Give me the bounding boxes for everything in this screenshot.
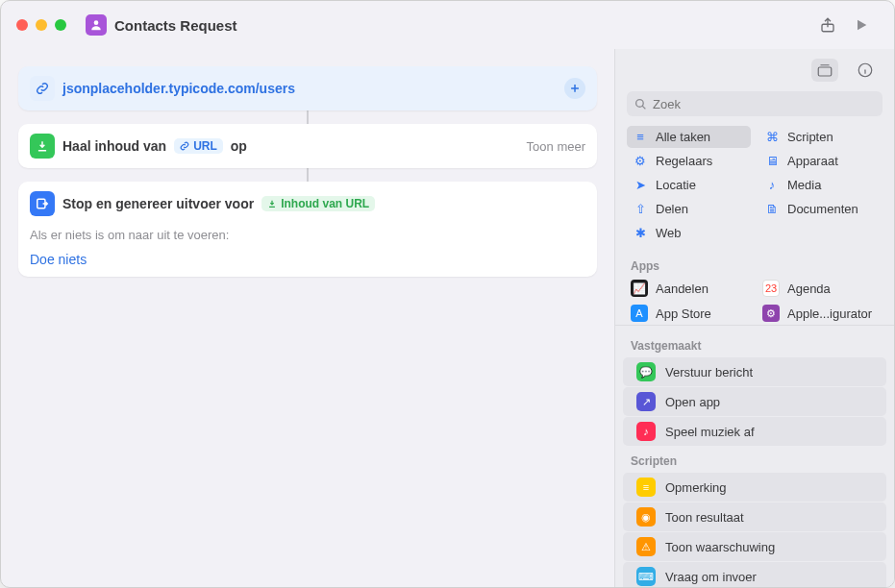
action-icon: ⌨ xyxy=(636,567,656,586)
action-icon: ♪ xyxy=(636,422,656,441)
shortcut-icon xyxy=(86,14,107,36)
app-app-store[interactable]: AApp Store xyxy=(627,302,751,325)
app-window: Contacts Request jsonplaceholder.typicod… xyxy=(0,0,895,588)
get-action-prefix: Haal inhoud van xyxy=(62,138,166,154)
url-value[interactable]: jsonplaceholder.typicode.com/users xyxy=(62,81,557,96)
category-icon: ♪ xyxy=(764,178,780,192)
category-icon: ≡ xyxy=(633,130,648,144)
close-button[interactable] xyxy=(16,19,28,31)
action-opmerking[interactable]: ≡Opmerking xyxy=(623,473,886,502)
action-speel-muziek-af[interactable]: ♪Speel muziek af xyxy=(623,417,886,446)
download-icon xyxy=(30,134,55,159)
apps-grid: 📈Aandelen23AgendaAApp Store⚙Apple...igur… xyxy=(615,277,894,325)
category-label: Apparaat xyxy=(787,154,838,168)
category-apparaat[interactable]: 🖥Apparaat xyxy=(758,150,883,172)
category-label: Regelaars xyxy=(656,154,712,168)
category-media[interactable]: ♪Media xyxy=(758,174,883,196)
empty-output-action[interactable]: Doe niets xyxy=(18,248,597,277)
scripts-section-label: Scripten xyxy=(615,447,894,472)
add-url-button[interactable]: ＋ xyxy=(564,78,585,99)
action-icon: ≡ xyxy=(636,478,656,497)
action-open-app[interactable]: ↗Open app xyxy=(623,387,886,416)
category-label: Web xyxy=(656,226,682,240)
actions-list-pane: Vastgemaakt 💬Verstuur bericht↗Open app♪S… xyxy=(615,325,894,587)
output-action-card[interactable]: Stop en genereer uitvoer voor Inhoud van… xyxy=(18,182,597,277)
category-icon: ⌘ xyxy=(764,130,780,144)
action-icon: ⚠ xyxy=(636,537,656,556)
category-icon: 🖥 xyxy=(764,154,780,168)
category-label: Media xyxy=(787,178,821,192)
category-locatie[interactable]: ➤Locatie xyxy=(627,174,751,196)
link-icon xyxy=(30,76,55,101)
action-label: Vraag om invoer xyxy=(665,570,757,584)
category-scripten[interactable]: ⌘Scripten xyxy=(758,126,883,148)
url-action-card[interactable]: jsonplaceholder.typicode.com/users ＋ xyxy=(18,66,597,110)
empty-output-label: Als er niets is om naar uit te voeren: xyxy=(18,226,597,248)
show-more-button[interactable]: Toon meer xyxy=(527,139,585,154)
app-label: Aandelen xyxy=(656,282,709,296)
category-alle-taken[interactable]: ≡Alle taken xyxy=(627,126,751,148)
category-web[interactable]: ✱Web xyxy=(627,222,751,244)
category-label: Locatie xyxy=(656,178,696,192)
category-icon: 🗎 xyxy=(764,202,780,216)
category-icon: ⇧ xyxy=(633,202,648,216)
action-verstuur-bericht[interactable]: 💬Verstuur bericht xyxy=(623,357,886,386)
app-icon: 23 xyxy=(762,280,780,297)
content-variable-pill[interactable]: Inhoud van URL xyxy=(261,196,375,211)
app-icon: A xyxy=(631,305,648,322)
category-icon: ➤ xyxy=(633,178,648,192)
action-label: Verstuur bericht xyxy=(665,365,753,380)
category-icon: ⚙ xyxy=(633,154,648,168)
play-icon[interactable] xyxy=(854,17,869,33)
connector xyxy=(307,168,309,182)
action-label: Speel muziek af xyxy=(665,425,755,439)
category-label: Documenten xyxy=(787,202,858,216)
category-regelaars[interactable]: ⚙Regelaars xyxy=(627,150,751,172)
action-icon: 💬 xyxy=(636,362,656,381)
action-label: Open app xyxy=(665,395,720,409)
output-icon xyxy=(30,191,55,216)
editor-pane: jsonplaceholder.typicode.com/users ＋ Haa… xyxy=(1,49,614,587)
search-input[interactable] xyxy=(653,97,875,111)
share-icon[interactable] xyxy=(819,15,836,35)
search-icon xyxy=(634,98,647,110)
actions-sidebar: ≡Alle taken⌘Scripten⚙Regelaars🖥Apparaat➤… xyxy=(614,49,894,587)
categories-grid: ≡Alle taken⌘Scripten⚙Regelaars🖥Apparaat➤… xyxy=(615,126,894,252)
category-delen[interactable]: ⇧Delen xyxy=(627,198,751,220)
pinned-section-label: Vastgemaakt xyxy=(615,331,894,356)
window-body: jsonplaceholder.typicode.com/users ＋ Haa… xyxy=(1,49,894,587)
category-label: Alle taken xyxy=(656,130,710,144)
output-action-prefix: Stop en genereer uitvoer voor xyxy=(62,196,254,211)
svg-rect-3 xyxy=(818,67,832,76)
action-label: Toon waarschuwing xyxy=(665,540,775,554)
category-icon: ✱ xyxy=(633,226,648,240)
action-toon-resultaat[interactable]: ◉Toon resultaat xyxy=(623,502,886,531)
title-actions xyxy=(819,15,869,35)
sidebar-toolbar xyxy=(615,49,894,87)
library-icon[interactable] xyxy=(811,59,838,82)
connector xyxy=(307,110,309,124)
info-icon[interactable] xyxy=(852,59,879,82)
category-label: Delen xyxy=(656,202,688,216)
app-icon: 📈 xyxy=(631,280,648,297)
action-vraag-om-invoer[interactable]: ⌨Vraag om invoer xyxy=(623,562,886,587)
zoom-button[interactable] xyxy=(55,19,66,31)
get-contents-action-card[interactable]: Haal inhoud van URL op Toon meer xyxy=(18,124,597,168)
action-icon: ◉ xyxy=(636,507,656,527)
app-label: Apple...igurator xyxy=(787,306,872,321)
app-agenda[interactable]: 23Agenda xyxy=(758,277,883,300)
category-documenten[interactable]: 🗎Documenten xyxy=(758,198,883,220)
titlebar: Contacts Request xyxy=(1,1,894,49)
app-apple-igurator[interactable]: ⚙Apple...igurator xyxy=(758,302,883,325)
window-controls xyxy=(16,19,66,31)
search-field[interactable] xyxy=(627,91,883,116)
url-variable-pill[interactable]: URL xyxy=(174,138,223,154)
action-label: Toon resultaat xyxy=(665,510,744,525)
app-aandelen[interactable]: 📈Aandelen xyxy=(627,277,751,300)
svg-point-0 xyxy=(94,20,99,25)
window-title: Contacts Request xyxy=(114,17,811,34)
minimize-button[interactable] xyxy=(36,19,47,31)
apps-section-label: Apps xyxy=(615,252,894,277)
action-toon-waarschuwing[interactable]: ⚠Toon waarschuwing xyxy=(623,532,886,561)
app-label: Agenda xyxy=(787,282,831,296)
